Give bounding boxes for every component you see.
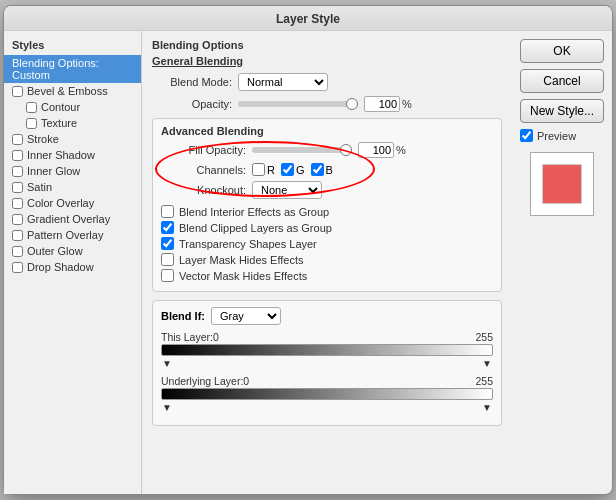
transparency-shapes-checkbox[interactable] [161, 237, 174, 250]
channel-g-group: G [281, 163, 305, 176]
channel-r-label: R [267, 164, 275, 176]
bevel-emboss-checkbox[interactable] [12, 86, 23, 97]
this-layer-left-arrow[interactable]: ▼ [162, 358, 172, 369]
sidebar-item-label: Satin [27, 181, 52, 193]
vector-mask-hides-checkbox[interactable] [161, 269, 174, 282]
sidebar-item-label: Drop Shadow [27, 261, 94, 273]
channel-b-group: B [311, 163, 333, 176]
underlying-layer-max: 255 [475, 375, 493, 387]
this-layer-right-arrow[interactable]: ▼ [482, 358, 492, 369]
knockout-row: Knockout: None Shallow Deep [161, 181, 493, 199]
blend-mode-label: Blend Mode: [152, 76, 232, 88]
sidebar-item-satin[interactable]: Satin [4, 179, 141, 195]
knockout-select[interactable]: None Shallow Deep [252, 181, 322, 199]
sidebar-item-bevel-emboss[interactable]: Bevel & Emboss [4, 83, 141, 99]
ok-button[interactable]: OK [520, 39, 604, 63]
layer-mask-hides-checkbox[interactable] [161, 253, 174, 266]
sidebar-item-label: Color Overlay [27, 197, 94, 209]
preview-row: Preview [520, 129, 604, 142]
stroke-checkbox[interactable] [12, 134, 23, 145]
this-layer-max: 255 [475, 331, 493, 343]
sidebar-item-label: Pattern Overlay [27, 229, 103, 241]
this-layer-arrows: ▼ ▼ [161, 358, 493, 369]
layer-mask-hides-label: Layer Mask Hides Effects [179, 254, 304, 266]
blend-clipped-label: Blend Clipped Layers as Group [179, 222, 332, 234]
underlying-layer-right-arrow[interactable]: ▼ [482, 402, 492, 413]
blend-if-section: Blend If: Gray Red Green Blue This Layer… [152, 300, 502, 426]
sidebar-item-gradient-overlay[interactable]: Gradient Overlay [4, 211, 141, 227]
transparency-shapes-label: Transparency Shapes Layer [179, 238, 317, 250]
sidebar-item-blending-options[interactable]: Blending Options: Custom [4, 55, 141, 83]
underlying-layer-arrows: ▼ ▼ [161, 402, 493, 413]
this-layer-gradient-track [161, 344, 493, 356]
advanced-blending-box: Advanced Blending Fill Opacity: % Channe… [152, 118, 502, 292]
fill-opacity-input[interactable] [358, 142, 394, 158]
dialog-body: Styles Blending Options: Custom Bevel & … [4, 31, 612, 494]
this-layer-slider: This Layer: 0 255 ▼ ▼ [161, 331, 493, 369]
opacity-input[interactable]: 100 [364, 96, 400, 112]
fill-opacity-row: Fill Opacity: % [161, 142, 493, 158]
new-style-button[interactable]: New Style... [520, 99, 604, 123]
blending-options-title: Blending Options [152, 39, 502, 51]
general-blending-title: General Blending [152, 55, 502, 67]
channel-r-checkbox[interactable] [252, 163, 265, 176]
transparency-shapes-row: Transparency Shapes Layer [161, 237, 493, 250]
pattern-overlay-checkbox[interactable] [12, 230, 23, 241]
drop-shadow-checkbox[interactable] [12, 262, 23, 273]
channels-row: Channels: R G B [161, 163, 493, 176]
blend-clipped-row: Blend Clipped Layers as Group [161, 221, 493, 234]
sidebar-item-inner-glow[interactable]: Inner Glow [4, 163, 141, 179]
opacity-percent: % [402, 98, 412, 110]
channel-g-checkbox[interactable] [281, 163, 294, 176]
blend-if-label: Blend If: [161, 310, 205, 322]
blend-clipped-checkbox[interactable] [161, 221, 174, 234]
underlying-layer-slider: Underlying Layer: 0 255 ▼ ▼ [161, 375, 493, 413]
sidebar-item-label: Contour [41, 101, 80, 113]
sidebar-item-contour[interactable]: Contour [4, 99, 141, 115]
underlying-layer-gradient-track [161, 388, 493, 400]
blend-interior-label: Blend Interior Effects as Group [179, 206, 329, 218]
underlying-layer-left-arrow[interactable]: ▼ [162, 402, 172, 413]
sidebar-item-pattern-overlay[interactable]: Pattern Overlay [4, 227, 141, 243]
sidebar-item-label: Gradient Overlay [27, 213, 110, 225]
preview-checkbox[interactable] [520, 129, 533, 142]
outer-glow-checkbox[interactable] [12, 246, 23, 257]
channel-b-label: B [326, 164, 333, 176]
channel-b-checkbox[interactable] [311, 163, 324, 176]
preview-box [530, 152, 594, 216]
gradient-overlay-checkbox[interactable] [12, 214, 23, 225]
texture-checkbox[interactable] [26, 118, 37, 129]
opacity-row: Opacity: 100 % [152, 96, 502, 112]
sidebar-item-drop-shadow[interactable]: Drop Shadow [4, 259, 141, 275]
cancel-button[interactable]: Cancel [520, 69, 604, 93]
sidebar-item-texture[interactable]: Texture [4, 115, 141, 131]
inner-glow-checkbox[interactable] [12, 166, 23, 177]
sidebar-item-label: Stroke [27, 133, 59, 145]
channel-r-group: R [252, 163, 275, 176]
sidebar-item-outer-glow[interactable]: Outer Glow [4, 243, 141, 259]
fill-opacity-slider[interactable] [252, 147, 352, 153]
sidebar-item-inner-shadow[interactable]: Inner Shadow [4, 147, 141, 163]
main-content: Blending Options General Blending Blend … [142, 31, 512, 494]
color-overlay-checkbox[interactable] [12, 198, 23, 209]
vector-mask-hides-label: Vector Mask Hides Effects [179, 270, 307, 282]
blend-if-select[interactable]: Gray Red Green Blue [211, 307, 281, 325]
sidebar-item-color-overlay[interactable]: Color Overlay [4, 195, 141, 211]
blend-interior-row: Blend Interior Effects as Group [161, 205, 493, 218]
blend-if-row: Blend If: Gray Red Green Blue [161, 307, 493, 325]
fill-opacity-percent: % [396, 144, 406, 156]
channels-label: Channels: [161, 164, 246, 176]
satin-checkbox[interactable] [12, 182, 23, 193]
blend-mode-select[interactable]: Normal Dissolve Multiply Screen [238, 73, 328, 91]
layer-mask-hides-row: Layer Mask Hides Effects [161, 253, 493, 266]
blend-interior-checkbox[interactable] [161, 205, 174, 218]
sidebar-item-label: Blending Options: Custom [12, 57, 133, 81]
right-panel: OK Cancel New Style... Preview [512, 31, 612, 494]
inner-shadow-checkbox[interactable] [12, 150, 23, 161]
contour-checkbox[interactable] [26, 102, 37, 113]
opacity-slider[interactable] [238, 101, 358, 107]
vector-mask-hides-row: Vector Mask Hides Effects [161, 269, 493, 282]
sidebar-item-stroke[interactable]: Stroke [4, 131, 141, 147]
this-layer-labels: This Layer: 0 255 [161, 331, 493, 343]
underlying-layer-labels: Underlying Layer: 0 255 [161, 375, 493, 387]
